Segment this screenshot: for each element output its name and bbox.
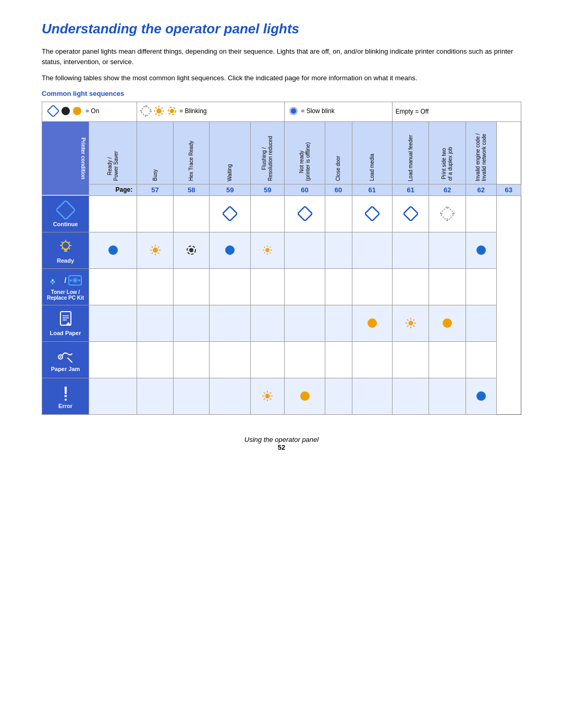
page-60a[interactable]: 60 — [285, 184, 325, 195]
page-62b[interactable]: 62 — [466, 184, 497, 195]
error-text: Error — [58, 403, 72, 409]
col-header-4: Waiting — [210, 121, 251, 184]
toner-row: / Toner Low /Replace PC Kit — [42, 268, 521, 305]
svg-line-87 — [413, 319, 414, 320]
svg-point-54 — [225, 245, 235, 255]
page-title: Understanding the operator panel lights — [42, 21, 521, 37]
paper-jam-row: Paper Jam — [42, 341, 521, 378]
page-61a[interactable]: 61 — [352, 184, 392, 195]
ready-col6 — [285, 232, 325, 268]
load-paper-icon — [58, 311, 74, 328]
continue-col7 — [325, 195, 352, 232]
ready-col4 — [210, 232, 251, 268]
yellow-err-icon — [300, 391, 310, 401]
paper-jam-col10 — [429, 341, 466, 378]
load-paper-col3 — [173, 305, 210, 341]
svg-rect-24 — [365, 206, 380, 221]
toner-col1 — [89, 268, 137, 305]
diamond-on-3-icon — [365, 206, 380, 221]
slow-blink-icon — [288, 105, 299, 117]
paper-jam-col11 — [466, 341, 497, 378]
page-60b[interactable]: 60 — [325, 184, 352, 195]
slow-blink-icons: = Slow blink — [288, 105, 334, 117]
blink-sun-err-icon — [262, 390, 273, 402]
blink-sun-small-icon — [262, 244, 273, 256]
toner-col4 — [210, 268, 251, 305]
toner-label-cell: / Toner Low /Replace PC Kit — [42, 268, 89, 305]
light-sequences-table: = On — [42, 102, 521, 415]
dark-blink-icon — [185, 244, 198, 256]
blink-sun-icon — [153, 105, 165, 117]
paper-jam-col9 — [392, 341, 429, 378]
svg-point-104 — [300, 391, 310, 401]
svg-line-100 — [264, 392, 265, 393]
continue-col8 — [352, 195, 392, 232]
load-paper-row: Load Paper — [42, 305, 521, 341]
blink-sun-lp-icon — [405, 317, 417, 329]
svg-point-68 — [53, 281, 55, 282]
svg-rect-25 — [403, 206, 418, 221]
col-header-6: Not ready(printer is offline) — [285, 121, 325, 184]
continue-col6 — [285, 195, 325, 232]
error-label-cell: ! Error — [42, 378, 89, 414]
paper-jam-col4 — [210, 341, 251, 378]
svg-line-48 — [151, 246, 152, 248]
page-59a[interactable]: 59 — [210, 184, 251, 195]
ready-col8 — [352, 232, 392, 268]
blue-dot2-icon — [225, 245, 235, 255]
yellow-on-icon — [72, 106, 82, 116]
ready-col11 — [466, 232, 497, 268]
blink-label: = Blinking — [179, 107, 206, 115]
svg-point-2 — [73, 107, 81, 115]
continue-col5 — [251, 195, 285, 232]
error-col11 — [466, 378, 497, 414]
page-59b[interactable]: 59 — [251, 184, 285, 195]
toner-col9 — [392, 268, 429, 305]
svg-point-95 — [265, 394, 270, 399]
page-57[interactable]: 57 — [137, 184, 174, 195]
toner-col8 — [352, 268, 392, 305]
svg-line-101 — [270, 399, 271, 400]
page-63[interactable]: 63 — [496, 184, 521, 195]
col-header-2: Busy — [137, 121, 174, 184]
blink-yellow-icon — [166, 105, 178, 117]
toner-col6 — [285, 268, 325, 305]
legend-row: = On — [42, 102, 521, 121]
svg-point-18 — [170, 109, 174, 113]
page-61b[interactable]: 61 — [392, 184, 429, 195]
svg-line-61 — [270, 253, 271, 254]
error-col5 — [251, 378, 285, 414]
page-row: Page: 57 58 59 59 60 60 61 61 62 62 63 — [42, 184, 521, 195]
page-58[interactable]: 58 — [173, 184, 210, 195]
col-header-7: Close door — [325, 121, 352, 184]
continue-icon — [56, 201, 75, 219]
svg-point-73 — [70, 279, 72, 281]
on-label: = On — [85, 107, 99, 115]
toner-text: Toner Low /Replace PC Kit — [47, 289, 84, 301]
error-col4 — [210, 378, 251, 414]
svg-line-60 — [264, 247, 265, 248]
svg-line-15 — [162, 107, 163, 109]
load-paper-col9 — [392, 305, 429, 341]
paper-jam-label-cell: Paper Jam — [42, 341, 89, 378]
printer-condition-header: Printer condition — [42, 121, 89, 195]
paper-jam-col1 — [89, 341, 137, 378]
svg-point-74 — [78, 279, 80, 281]
circle-on-icon — [61, 106, 70, 116]
page-62a[interactable]: 62 — [429, 184, 466, 195]
error-col9 — [392, 378, 429, 414]
continue-col4 — [210, 195, 251, 232]
footer-page: 52 — [42, 443, 521, 451]
column-header-row: Printer condition Ready /Power Saver Bus… — [42, 121, 521, 184]
col-header-3: Hex Trace Ready — [173, 121, 210, 184]
continue-col9 — [392, 195, 429, 232]
ready-text: Ready — [57, 257, 74, 264]
svg-line-63 — [264, 253, 265, 254]
toner-col11 — [466, 268, 497, 305]
on-icons: = On — [47, 105, 99, 117]
svg-point-89 — [443, 318, 452, 328]
svg-line-50 — [158, 246, 159, 248]
toner-col7 — [325, 268, 352, 305]
blue-dot3-icon — [476, 245, 486, 255]
load-paper-col2 — [137, 305, 174, 341]
